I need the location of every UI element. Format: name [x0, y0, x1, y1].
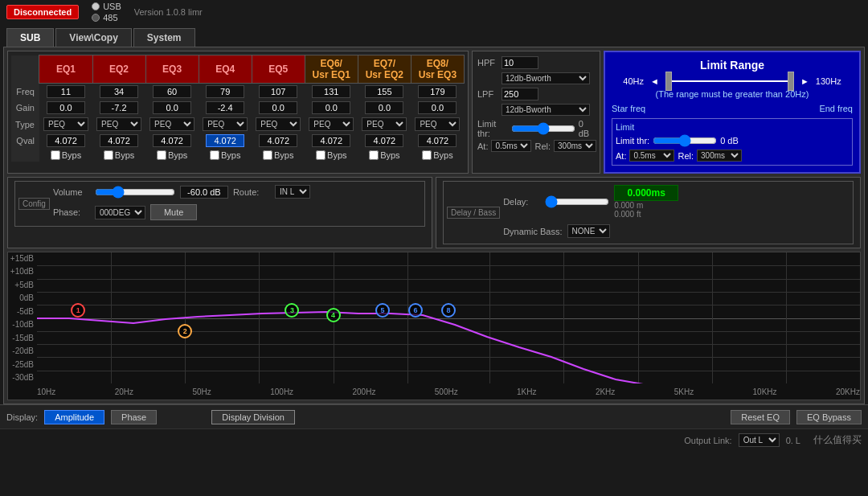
limit-thr-slider[interactable] — [511, 122, 575, 135]
range-right-handle[interactable] — [788, 72, 794, 91]
eq3-type-select[interactable]: PEQ — [149, 117, 194, 131]
tab-viewcopy[interactable]: View\Copy — [55, 28, 131, 47]
limit-range-bar: 40Hz ◄ ► 130Hz — [612, 76, 853, 86]
limit-rel-select[interactable]: 300ms500ms — [554, 140, 596, 152]
eq-node-5[interactable]: 5 — [375, 303, 390, 318]
volume-label: Volume — [53, 187, 90, 197]
x-label-50hz: 50Hz — [192, 387, 211, 396]
tab-sub[interactable]: SUB — [6, 28, 54, 47]
eq-node-6[interactable]: 6 — [408, 303, 423, 318]
inner-rel-select[interactable]: 300ms — [697, 150, 742, 162]
eq-node-1[interactable]: 1 — [71, 303, 85, 318]
inner-thr-slider[interactable] — [653, 134, 717, 147]
amplitude-button[interactable]: Amplitude — [44, 410, 104, 424]
hpf-lpf-box: HPF 12db-Bworth 24db-Bworth LPF 12db-Bwo… — [472, 51, 600, 174]
limit-rel-label: Rel: — [534, 141, 551, 151]
eq-bypass-button[interactable]: EQ Bypass — [796, 410, 862, 424]
eq7-type-select[interactable]: PEQ — [362, 117, 407, 131]
eq7-gain-input[interactable] — [365, 101, 403, 114]
eq4-freq-input[interactable] — [206, 85, 244, 98]
eq4-gain-input[interactable] — [206, 101, 244, 114]
eq2-bypass[interactable] — [104, 150, 113, 160]
eq8-freq-input[interactable] — [418, 85, 457, 98]
inner-thr-row: Limit thr: 0 dB — [616, 134, 849, 147]
tab-system[interactable]: System — [133, 28, 195, 47]
x-label-10khz: 10KHz — [753, 387, 777, 396]
eq4-bypass[interactable] — [210, 150, 219, 160]
eq5-bypass[interactable] — [263, 150, 272, 160]
connection-button[interactable]: Disconnected — [6, 5, 79, 19]
hpf-label: HPF — [477, 58, 498, 68]
eq3-qval-input[interactable] — [153, 134, 191, 147]
phase-button[interactable]: Phase — [111, 410, 157, 424]
inner-at-select[interactable]: 0.5ms — [629, 150, 674, 162]
eq2-gain-input[interactable] — [100, 101, 138, 114]
eq2-freq-input[interactable] — [100, 85, 138, 98]
volume-slider[interactable] — [95, 186, 175, 199]
limit-thr-row: Limit thr: 0 dB — [477, 119, 595, 138]
eq2-type-select[interactable]: PEQ — [96, 117, 141, 131]
eq3-freq-input[interactable] — [153, 85, 191, 98]
mute-button[interactable]: Mute — [150, 204, 197, 220]
eq1-freq-input[interactable] — [47, 85, 85, 98]
eq-qval-row: Qval — [11, 133, 465, 149]
display-division-button[interactable]: Display Division — [211, 410, 295, 424]
eq6-qval-input[interactable] — [312, 134, 350, 147]
eq7-bypass[interactable] — [369, 150, 379, 160]
phase-select[interactable]: 000DEG180DEG — [95, 206, 145, 219]
rs485-radio[interactable]: 485 — [92, 13, 121, 23]
hpf-filter-select[interactable]: 12db-Bworth 24db-Bworth — [502, 72, 590, 84]
output-link-select[interactable]: Out L Out R — [739, 433, 780, 447]
eq5-gain-input[interactable] — [259, 101, 297, 114]
eq7-qval-input[interactable] — [365, 134, 403, 147]
eq-node-2[interactable]: 2 — [178, 324, 192, 338]
eq5-qval-input[interactable] — [259, 134, 297, 147]
delay-inner: Delay / Bass Delay: 0.000ms 0.000 m 0.00… — [443, 181, 854, 244]
eq5-freq-input[interactable] — [259, 85, 297, 98]
eq8-bypass[interactable] — [422, 150, 432, 160]
lpf-value-input[interactable] — [502, 88, 538, 100]
limit-at-select[interactable]: 0.5ms1ms — [491, 140, 531, 152]
eq4-qval-input[interactable] — [206, 134, 244, 147]
delay-ft-value: 0.000 ft — [614, 210, 678, 219]
reset-eq-button[interactable]: Reset EQ — [731, 410, 790, 424]
eq1-qval-input[interactable] — [47, 134, 85, 147]
delay-title: Delay / Bass — [447, 207, 500, 219]
eq8-type-select[interactable]: PEQ — [415, 117, 460, 131]
eq-node-8[interactable]: 8 — [441, 303, 456, 318]
eq-bypass-row: Byps Byps Byps Byps Byps Byps Byps Byps — [11, 149, 465, 162]
y-label-n20: -20dB — [8, 346, 37, 355]
limit-thr-value: 0 dB — [579, 119, 595, 138]
lpf-filter-select[interactable]: 12db-Bworth 24db-Bworth — [502, 104, 590, 116]
rs485-radio-dot — [92, 14, 100, 22]
eq7-freq-input[interactable] — [365, 85, 403, 98]
eq5-type-select[interactable]: PEQ — [256, 117, 301, 131]
hpf-value-input[interactable] — [502, 56, 538, 69]
eq4-type-select[interactable]: PEQ — [203, 117, 248, 131]
eq1-gain-input[interactable] — [47, 101, 85, 114]
lpf-label: LPF — [477, 89, 498, 99]
limit-range-title: Limit Range — [612, 59, 853, 72]
route-select[interactable]: IN LIN R — [275, 185, 310, 199]
version-text: Version 1.0.8 limr — [134, 7, 203, 17]
usb-radio[interactable]: USB — [92, 2, 121, 11]
eq-section: EQ1 EQ2 EQ3 EQ4 EQ5 EQ6/Usr EQ1 EQ7/Usr … — [7, 51, 861, 174]
eq3-gain-input[interactable] — [153, 101, 191, 114]
eq3-bypass[interactable] — [157, 150, 166, 160]
dynamic-bass-select[interactable]: NONE — [567, 224, 610, 238]
range-left-handle[interactable] — [665, 72, 672, 91]
eq8-qval-input[interactable] — [418, 134, 457, 147]
hpf-row: HPF — [477, 56, 595, 69]
eq6-type-select[interactable]: PEQ — [309, 117, 354, 131]
x-label-20khz: 20KHz — [836, 387, 860, 396]
eq1-bypass[interactable] — [51, 150, 60, 160]
eq8-gain-input[interactable] — [418, 101, 457, 114]
eq-node-4[interactable]: 4 — [326, 308, 341, 322]
delay-slider[interactable] — [545, 195, 609, 208]
eq-node-3[interactable]: 3 — [285, 303, 299, 318]
eq1-type-select[interactable]: PEQ — [43, 117, 88, 131]
eq6-freq-input[interactable] — [312, 85, 350, 98]
eq6-gain-input[interactable] — [312, 101, 350, 114]
eq2-qval-input[interactable] — [100, 134, 138, 147]
eq6-bypass[interactable] — [316, 150, 326, 160]
